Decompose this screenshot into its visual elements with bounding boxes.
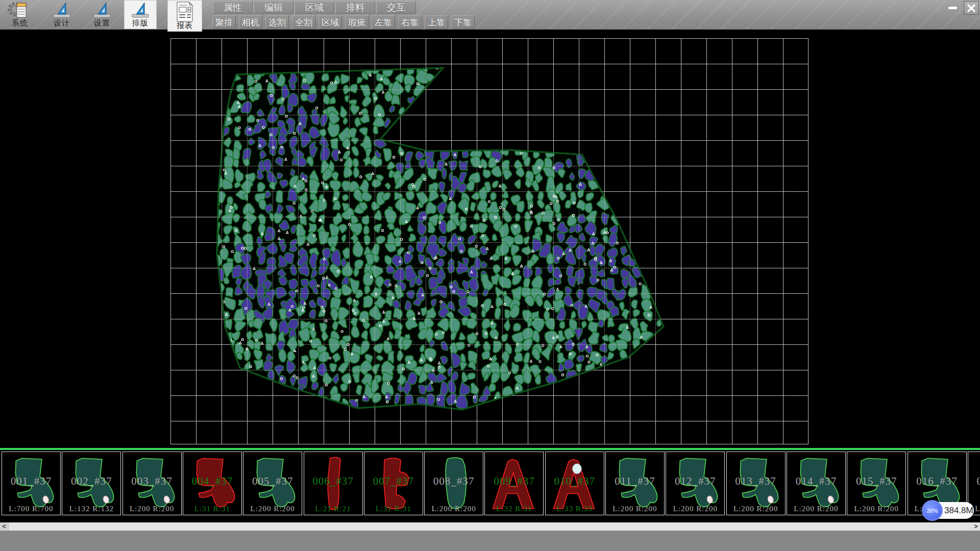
piece-label: 016_#37 [908, 475, 966, 488]
piece-lr-count: L:31 R:31 [364, 505, 423, 513]
piece-lr-count: L:700 R:700 [2, 505, 60, 513]
app-button-label: 设置 [86, 18, 118, 28]
piece-label: 008_#37 [425, 475, 483, 488]
piece-lr-count: L:32 R:31 [485, 505, 543, 513]
piece-lr-count: L:33 R:33 [546, 505, 604, 513]
close-button[interactable] [964, 1, 979, 15]
piece-label: 011_#37 [606, 475, 664, 488]
piece-label: 006_#37 [304, 475, 362, 488]
close-icon [967, 4, 975, 12]
piece-label: 004_#37 [183, 475, 241, 488]
app-button-layout-active[interactable]: 排版 [124, 0, 157, 29]
piece-label: 010_#37 [546, 475, 604, 488]
tool-select-cut[interactable]: 选割 [265, 15, 289, 29]
piece-lr-count: L:200 R:200 [727, 505, 785, 513]
thumbnail-cell[interactable]: 014_#37 L:200 R:200 [787, 452, 846, 515]
nesting-canvas[interactable] [170, 38, 808, 444]
app-button-system[interactable]: 系统 [4, 0, 36, 29]
thumbnail-cell[interactable]: 006_#37 L:21 R:21 [304, 452, 363, 515]
menu-item-nesting[interactable]: 排料 [335, 1, 375, 14]
piece-lr-count: L:200 R:200 [787, 505, 845, 513]
piece-lr-count: L:31 R:31 [183, 505, 241, 513]
piece-lr-count: L:200 R:200 [606, 505, 664, 513]
piece-label: 015_#37 [847, 475, 905, 488]
app-button-label: 排版 [124, 18, 157, 28]
memory-value: 384.8M [944, 502, 973, 519]
bottom-status-bar [0, 531, 980, 551]
piece-label: 013_#37 [727, 475, 785, 488]
piece-label: 003_#37 [123, 475, 181, 488]
thumbnail-cell[interactable]: 007_#37 L:31 R:31 [364, 452, 423, 515]
thumbnail-cell[interactable]: 001_#37 L:700 R:700 [2, 452, 61, 515]
tool-cluster-nest[interactable]: 聚排 [212, 15, 236, 29]
menu-row: 属性 编辑 区域 排料 交互 [213, 1, 417, 14]
tool-row: 聚排 相机 选割 全割 区域 瑕疵 左靠 右靠 上靠 下靠 [212, 15, 478, 29]
tool-align-left[interactable]: 左靠 [372, 15, 395, 29]
piece-lr-count: L:200 R:200 [847, 505, 905, 513]
tool-region[interactable]: 区域 [318, 15, 342, 29]
horizontal-scrollbar[interactable]: < > [0, 522, 980, 531]
tool-cut-all[interactable]: 全割 [292, 15, 315, 29]
thumbnail-cell[interactable]: 012_#37 L:200 R:200 [666, 452, 725, 515]
tool-camera[interactable]: 相机 [239, 15, 262, 29]
thumbnail-cell[interactable]: 004_#37 L:31 R:31 [183, 452, 242, 515]
piece-label: 007_#37 [364, 475, 423, 488]
thumbnail-cell[interactable]: 008_#37 L:200 R:200 [424, 452, 483, 515]
piece-lr-count: L:132 R:132 [62, 505, 120, 513]
menu-item-properties[interactable]: 属性 [213, 1, 253, 14]
piece-label: 001_#37 [2, 475, 60, 488]
piece-lr-count: L:21 R:21 [304, 505, 362, 513]
app-button-design[interactable]: 设计 [46, 0, 78, 29]
percent-circle: 38% [922, 500, 943, 521]
thumbnail-cell[interactable]: 003_#37 L:200 R:200 [122, 452, 182, 515]
strip-top-border [0, 448, 980, 450]
app-window: { "window": {"min_label": "minimize", "c… [0, 0, 980, 551]
thumbnail-cell[interactable]: 009_#37 L:32 R:31 [484, 452, 544, 515]
minimize-button[interactable] [943, 1, 962, 15]
tool-align-top[interactable]: 上靠 [425, 15, 448, 29]
thumbnail-cell[interactable]: 015_#37 L:200 R:200 [847, 452, 906, 515]
scroll-right-arrow-icon[interactable]: > [972, 522, 980, 531]
piece-lr-count: L:200 R:200 [123, 505, 181, 513]
tool-align-right[interactable]: 右靠 [398, 15, 422, 29]
piece-label: 009_#37 [485, 475, 543, 488]
thumbnail-cell[interactable]: 011_#37 L:200 R:200 [605, 452, 665, 515]
scroll-left-arrow-icon[interactable]: < [0, 522, 9, 531]
thumbnail-cell[interactable]: 013_#37 L:200 R:200 [726, 452, 786, 515]
tool-align-bottom[interactable]: 下靠 [451, 15, 475, 29]
menu-item-edit[interactable]: 编辑 [254, 1, 293, 14]
thumbnail-cell[interactable]: 005_#37 L:200 R:200 [243, 452, 302, 515]
piece-label: 014_#37 [787, 475, 845, 488]
piece-label: 012_#37 [666, 475, 724, 488]
piece-lr-count: L:200 R:200 [243, 505, 302, 513]
thumbnail-cell[interactable]: 002_#37 L:132 R:132 [62, 452, 121, 515]
thumbnail-cell[interactable]: 010_#37 L:33 R:33 [545, 452, 604, 515]
piece-thumbnail-strip: 001_#37 L:700 R:700 002_#37 L:132 R:132 … [0, 447, 980, 522]
app-button-label: 报表 [167, 21, 202, 31]
memory-status-badge[interactable]: 38% 384.8M [925, 502, 974, 519]
app-button-label: 系统 [4, 18, 36, 28]
piece-label: 017_#37 [968, 475, 980, 488]
tool-defect[interactable]: 瑕疵 [345, 15, 369, 29]
nesting-workspace [0, 29, 980, 447]
piece-lr-count: L:200 R:200 [666, 505, 724, 513]
piece-label: 005_#37 [243, 475, 302, 488]
minimize-icon [948, 7, 957, 9]
app-button-label: 设计 [46, 18, 78, 28]
piece-label: 002_#37 [62, 475, 120, 488]
app-button-settings[interactable]: 设置 [86, 0, 118, 29]
app-button-report[interactable]: 报表 [167, 0, 202, 32]
menu-item-region[interactable]: 区域 [295, 1, 334, 14]
menu-item-interaction[interactable]: 交互 [376, 1, 416, 14]
titlebar: 系统 设计 设置 排版 [0, 0, 980, 30]
piece-lr-count: L:200 R:200 [425, 505, 483, 513]
